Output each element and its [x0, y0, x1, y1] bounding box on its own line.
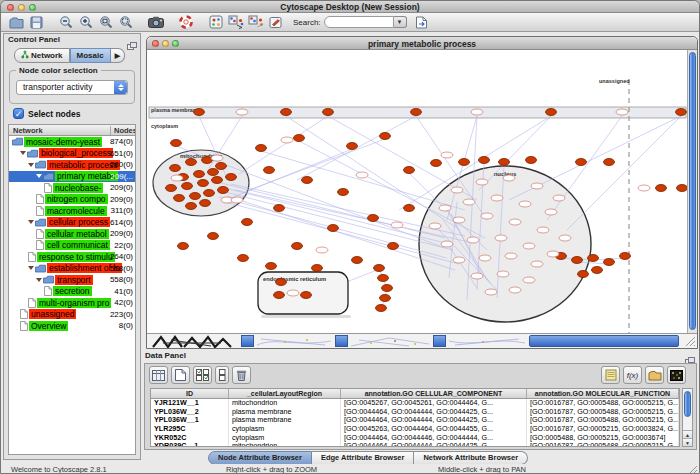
graph-node[interactable] — [604, 259, 615, 266]
graph-node[interactable] — [236, 109, 248, 115]
import-attributes-icon[interactable] — [645, 366, 664, 384]
graph-node[interactable] — [588, 255, 599, 262]
graph-node[interactable] — [194, 109, 205, 116]
tree-row-label[interactable]: response to stimulu — [37, 252, 115, 262]
tab-node-attribute-browser[interactable]: Node Attribute Browser — [208, 451, 312, 465]
window-resize-grip-icon[interactable] — [688, 465, 698, 474]
tree-row-label[interactable]: multi-organism pro — [37, 298, 111, 308]
table-cell[interactable]: plasma membrane — [229, 416, 341, 425]
graph-node[interactable] — [380, 295, 391, 302]
graph-node[interactable] — [171, 175, 183, 181]
table-row[interactable]: YPL036W__1plasma membrane[GO:0044464, GO… — [151, 416, 679, 425]
tree-row-label[interactable]: biological_process — [39, 148, 113, 158]
graph-node[interactable] — [281, 109, 292, 116]
graph-node[interactable] — [356, 172, 368, 178]
graph-node[interactable] — [545, 209, 557, 215]
graph-node[interactable] — [523, 243, 535, 249]
graph-node[interactable] — [218, 187, 229, 194]
graph-node[interactable] — [281, 137, 293, 143]
graph-node[interactable] — [404, 205, 415, 212]
table-cell[interactable]: [GO:0016787, GO:0005488, GO:0005215, G..… — [527, 416, 679, 425]
graph-node[interactable] — [374, 265, 385, 272]
tree-row[interactable]: Overview8(0) — [9, 320, 135, 332]
table-row[interactable]: YKR052Ccytoplasm[GO:0044464, GO:0044446,… — [151, 434, 679, 443]
table-cell[interactable]: mitochondrion — [229, 442, 341, 447]
help-icon[interactable] — [177, 14, 195, 31]
float-panel-icon[interactable] — [127, 36, 137, 54]
graph-node[interactable] — [301, 292, 312, 299]
graph-node[interactable] — [186, 203, 197, 210]
graph-node[interactable] — [347, 143, 358, 150]
tree-expander-icon[interactable] — [36, 278, 42, 282]
graph-node[interactable] — [479, 157, 490, 164]
graph-node[interactable] — [576, 159, 587, 166]
background-window-button[interactable] — [241, 335, 254, 347]
tree-row[interactable]: nucleobase-209(0) — [9, 182, 135, 194]
graph-node[interactable] — [242, 219, 253, 226]
graph-node[interactable] — [382, 285, 393, 292]
tree-row[interactable]: unassigned223(0) — [9, 309, 135, 321]
horizontal-scrollbar-thumb[interactable] — [529, 335, 679, 347]
graph-node[interactable] — [378, 275, 389, 282]
open-session-icon[interactable] — [7, 14, 25, 31]
table-row[interactable]: YPL036W__2plasma membrane[GO:0044464, GO… — [151, 408, 679, 417]
graph-node[interactable] — [287, 290, 299, 296]
graph-node[interactable] — [174, 195, 185, 202]
save-session-icon[interactable] — [27, 14, 45, 31]
tree-row[interactable]: biological_process651(0) — [9, 148, 135, 160]
network-overview-icon[interactable] — [207, 14, 225, 31]
window-titlebar[interactable]: Cytoscape Desktop (New Session) — [1, 1, 699, 13]
graph-node[interactable] — [453, 217, 465, 223]
graph-node[interactable] — [578, 271, 589, 278]
tree-expander-icon[interactable] — [28, 163, 34, 167]
table-cell[interactable]: [GO:0016787, GO:0005488, GO:0005215, G..… — [527, 399, 679, 408]
annotation-icon[interactable] — [267, 14, 285, 31]
graph-node[interactable] — [302, 177, 313, 184]
graph-node[interactable] — [182, 183, 193, 190]
snapshot-icon[interactable] — [147, 14, 165, 31]
tab-edge-attribute-browser[interactable]: Edge Attribute Browser — [312, 451, 414, 465]
tree-header-network[interactable]: Network — [13, 126, 43, 135]
graph-node[interactable] — [274, 205, 285, 212]
graph-node[interactable] — [471, 273, 483, 279]
graph-node[interactable] — [328, 225, 339, 232]
graph-node[interactable] — [431, 160, 442, 167]
graph-node[interactable] — [391, 222, 403, 228]
graph-node[interactable] — [294, 135, 305, 142]
tree-row-label[interactable]: unassigned — [29, 309, 76, 319]
tree-row-label[interactable]: cellular metabol — [45, 229, 109, 239]
more-tabs-button[interactable]: ▶ — [111, 48, 125, 63]
graph-node[interactable] — [411, 109, 422, 116]
scroll-down-arrow[interactable]: ▼ — [683, 438, 692, 446]
graph-node[interactable] — [677, 185, 688, 192]
matrix-icon[interactable] — [667, 366, 686, 384]
table-cell[interactable]: YLR295C — [151, 425, 229, 434]
table-cell[interactable]: [GO:0016787, GO:0005215, GO:0003824, G..… — [527, 425, 679, 434]
tree-row[interactable]: metabolic process280(0) — [9, 159, 135, 171]
graph-node[interactable] — [559, 235, 571, 241]
duplicate-view-icon[interactable] — [227, 14, 245, 31]
graph-node[interactable] — [620, 253, 631, 260]
graph-node[interactable] — [368, 215, 379, 222]
graph-node[interactable] — [523, 277, 535, 283]
graph-node[interactable] — [481, 213, 493, 219]
tree-header-nodes[interactable]: Nodes — [110, 126, 136, 135]
graph-node[interactable] — [441, 152, 453, 158]
graph-node[interactable] — [208, 169, 219, 176]
graph-node[interactable] — [531, 183, 543, 189]
resize-grip-icon[interactable] — [685, 336, 696, 347]
graph-node[interactable] — [463, 199, 475, 205]
tree-row[interactable]: cellular metabol209(0) — [9, 228, 135, 240]
tree-row[interactable]: primary metabo209(... — [9, 171, 135, 183]
graph-node[interactable] — [216, 163, 227, 170]
network-vertical-scrollbar[interactable] — [687, 50, 697, 334]
table-vertical-scrollbar[interactable]: ▲ ▼ — [682, 388, 693, 447]
tree-row-label[interactable]: cell communicat — [45, 240, 110, 250]
tree-row-label[interactable]: mosaic-demo-yeast — [24, 137, 102, 147]
search-input[interactable] — [324, 16, 394, 28]
select-nodes-checkbox[interactable]: ✓ — [13, 108, 24, 119]
tree-row-label[interactable]: primary metabo — [55, 171, 118, 181]
graph-node[interactable] — [276, 279, 287, 286]
graph-node[interactable] — [656, 185, 667, 192]
new-attribute-icon[interactable] — [171, 366, 190, 384]
